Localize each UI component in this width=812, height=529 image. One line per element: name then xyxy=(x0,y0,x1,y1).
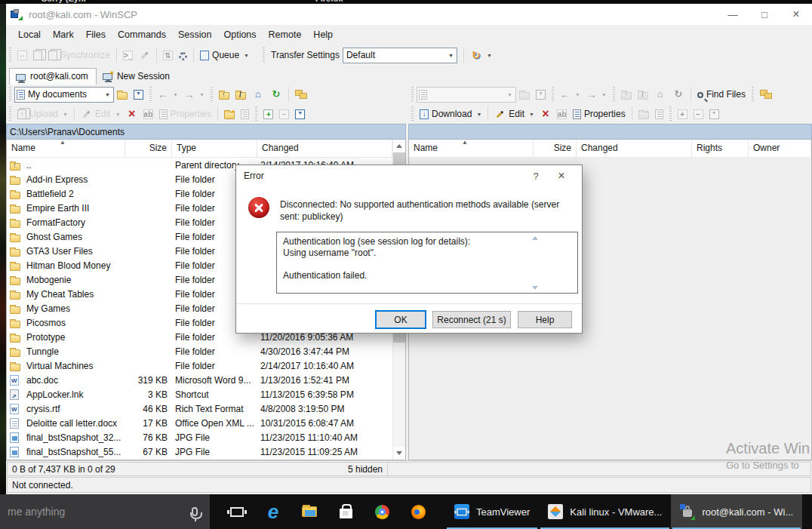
file-row[interactable]: TunngleFile folder4/30/2016 3:47:44 PM xyxy=(7,344,392,358)
remote-refresh-button[interactable]: ↻ xyxy=(669,87,687,102)
download-button[interactable]: Download▼ xyxy=(417,107,484,121)
local-drive-select[interactable]: My documents ▼ xyxy=(14,87,114,103)
local-properties-button[interactable]: Properties xyxy=(156,107,215,121)
remote-root-directory-button[interactable] xyxy=(635,88,651,101)
authentication-log-box[interactable]: Authentication log (see session log for … xyxy=(276,232,578,294)
synchronize-button[interactable]: Synchronize xyxy=(45,48,113,62)
column-header-changed[interactable]: Changed xyxy=(257,140,392,157)
new-session-tab[interactable]: New Session xyxy=(97,68,177,85)
scroll-up-arrow[interactable] xyxy=(393,140,405,152)
compare-directories-button[interactable] xyxy=(30,48,45,62)
session-tab-rootkali[interactable]: root@kali.com xyxy=(9,68,97,85)
minimize-button[interactable]: — xyxy=(717,4,749,25)
file-row[interactable]: final_bstSnapshot_32...76 KBJPG File11/2… xyxy=(7,430,392,444)
log-scroll-down-icon[interactable] xyxy=(532,286,538,290)
local-tree-button[interactable] xyxy=(292,88,310,101)
column-header-owner[interactable]: Owner xyxy=(749,140,811,157)
menu-files[interactable]: Files xyxy=(80,26,112,43)
firefox-button[interactable] xyxy=(400,494,436,529)
local-edit-button[interactable]: Edit▼ xyxy=(78,107,124,121)
file-row[interactable]: Virtual MachinesFile folder2/14/2017 10:… xyxy=(7,358,392,373)
ok-button[interactable]: OK xyxy=(376,311,426,328)
local-home-button[interactable]: ⌂ xyxy=(249,87,267,102)
preferences-button[interactable] xyxy=(176,49,190,62)
edge-button[interactable]: e xyxy=(255,494,291,529)
refresh-remote-button[interactable]: ⇅ xyxy=(160,48,176,62)
remote-filter-button[interactable] xyxy=(533,88,549,101)
local-selection-filter-button[interactable] xyxy=(292,107,308,121)
column-header-name[interactable]: Name ▲ xyxy=(409,140,534,157)
remote-selection-filter-button[interactable] xyxy=(706,107,722,121)
remote-back-button[interactable]: ←▼ xyxy=(557,87,583,102)
maximize-button[interactable]: □ xyxy=(749,4,780,25)
chrome-button[interactable] xyxy=(364,494,400,529)
toolbar-grip[interactable] xyxy=(263,48,265,63)
remote-unselect-button[interactable]: − xyxy=(691,107,706,121)
remote-open-directory-button[interactable] xyxy=(516,88,533,101)
taskbar-search-box[interactable]: me anything xyxy=(0,494,210,529)
file-explorer-button[interactable] xyxy=(291,494,328,529)
remote-new-file-button[interactable] xyxy=(652,107,666,121)
local-new-file-button[interactable] xyxy=(238,107,252,121)
local-forward-button[interactable]: →▼ xyxy=(181,87,208,102)
task-view-button[interactable] xyxy=(219,494,255,529)
synchronize-browsing-button[interactable] xyxy=(136,48,153,63)
local-new-folder-button[interactable] xyxy=(221,107,238,121)
menu-help[interactable]: Help xyxy=(307,26,339,43)
close-button[interactable]: × xyxy=(780,4,812,25)
local-path-bar[interactable]: C:\Users\Pranav\Documents xyxy=(6,124,406,140)
taskbar-app-teamviewer[interactable]: TeamViewer xyxy=(445,494,539,529)
dialog-close-icon[interactable]: × xyxy=(549,169,574,183)
menu-commands[interactable]: Commands xyxy=(112,26,172,43)
remote-edit-button[interactable]: Edit▼ xyxy=(491,107,537,121)
local-open-directory-button[interactable] xyxy=(114,88,131,101)
local-refresh-button[interactable]: ↻ xyxy=(267,87,285,102)
remote-delete-button[interactable]: × xyxy=(537,106,554,121)
dialog-help-icon[interactable]: ? xyxy=(523,171,549,182)
local-select-button[interactable]: + xyxy=(260,107,276,121)
file-row[interactable]: final_bstSnapshot_55...67 KBJPG File11/2… xyxy=(7,444,392,459)
upload-button[interactable]: Upload▼ xyxy=(14,107,71,121)
menu-options[interactable]: Options xyxy=(217,26,262,43)
remote-directory-select[interactable]: ▼ xyxy=(417,87,516,103)
microphone-icon[interactable] xyxy=(192,507,198,516)
menu-local[interactable]: Local xyxy=(12,26,47,43)
hidden-files-count[interactable]: 5 hidden xyxy=(348,464,383,475)
local-back-button[interactable]: ←▼ xyxy=(155,87,181,102)
column-header-size[interactable]: Size xyxy=(125,140,172,157)
column-header-size[interactable]: Size xyxy=(534,140,577,157)
file-row[interactable]: abc.doc319 KBMicrosoft Word 9...1/13/201… xyxy=(7,373,392,387)
column-header-name[interactable]: Name ▲ xyxy=(7,140,125,157)
menu-remote[interactable]: Remote xyxy=(263,26,308,43)
local-delete-button[interactable]: × xyxy=(124,106,140,121)
console-button[interactable]: >_ xyxy=(120,48,136,62)
remote-new-folder-button[interactable] xyxy=(635,107,652,121)
dock-button[interactable]: ⇔ xyxy=(14,48,30,62)
local-filter-button[interactable] xyxy=(131,88,146,101)
remote-forward-button[interactable]: →▼ xyxy=(583,87,610,102)
remote-properties-button[interactable]: Properties xyxy=(570,107,629,121)
transfer-options-button[interactable]: ↻ ▼ xyxy=(467,48,495,63)
remote-parent-directory-button[interactable] xyxy=(618,88,635,101)
column-header-type[interactable]: Type xyxy=(172,140,257,157)
column-header-rights[interactable]: Rights xyxy=(692,140,749,157)
queue-button[interactable]: Queue ▼ xyxy=(197,48,252,62)
scroll-down-arrow[interactable] xyxy=(393,447,405,460)
local-root-directory-button[interactable] xyxy=(232,88,249,101)
remote-rename-button[interactable]: ab xyxy=(554,107,570,121)
file-row[interactable]: Deloitte call letter.docx17 KBOffice Ope… xyxy=(7,416,392,430)
toolbar-grip[interactable] xyxy=(9,48,11,63)
store-button[interactable] xyxy=(328,494,364,529)
file-row[interactable]: crysis.rtf46 KBRich Text Format4/8/2008 … xyxy=(7,401,392,416)
log-scroll-up-icon[interactable] xyxy=(532,236,538,240)
local-unselect-button[interactable]: − xyxy=(276,107,292,121)
remote-path-bar[interactable] xyxy=(408,124,812,140)
reconnect-button[interactable]: Reconnect (21 s) xyxy=(432,311,511,328)
file-row[interactable]: AppLocker.lnk3 KBShortcut11/13/2015 6:39… xyxy=(7,387,392,401)
remote-tree-button[interactable] xyxy=(757,88,775,101)
column-header-changed[interactable]: Changed xyxy=(577,140,692,157)
taskbar-app-vmware[interactable]: Kali linux - VMware... xyxy=(539,494,671,529)
taskbar-app-winscp[interactable]: root@kali.com - Wi... xyxy=(671,494,802,529)
help-button[interactable]: Help xyxy=(518,311,572,328)
menu-mark[interactable]: Mark xyxy=(47,26,80,43)
